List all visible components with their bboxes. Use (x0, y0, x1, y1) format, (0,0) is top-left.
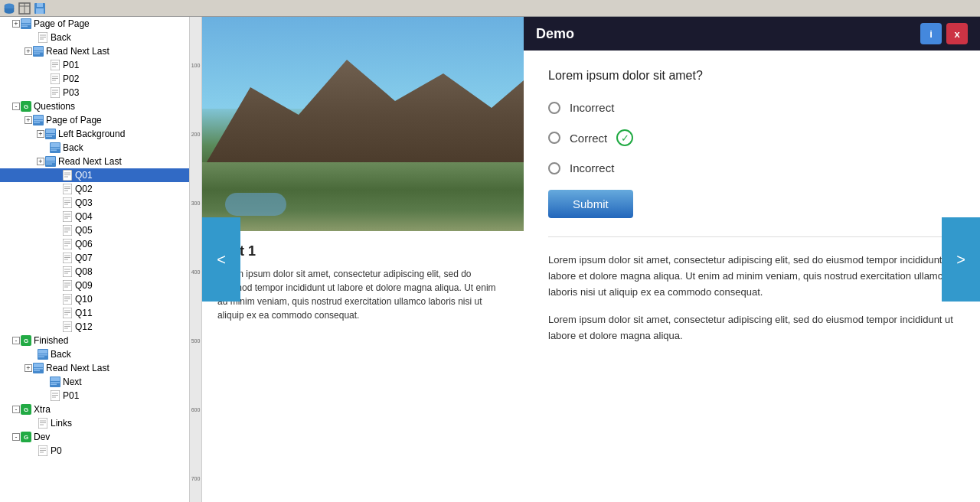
tree-item-p02[interactable]: P02 (0, 72, 189, 86)
tree-expander (49, 279, 61, 292)
tree-item-p0[interactable]: P0 (0, 444, 189, 458)
tree-item-q12[interactable]: Q12 (0, 320, 189, 334)
tree-item-p01[interactable]: P01 (0, 58, 189, 72)
tree-expander[interactable]: - (12, 433, 20, 441)
radio-3[interactable] (548, 162, 560, 174)
tree-item-q10[interactable]: Q10 (0, 292, 189, 306)
svg-rect-35 (34, 120, 43, 122)
tree-item-q08[interactable]: Q08 (0, 265, 189, 279)
svg-text:G: G (24, 103, 28, 110)
tree-item-back-3[interactable]: Back (0, 347, 189, 361)
tree-item-questions[interactable]: - G Questions (0, 99, 189, 113)
tree-item-q11[interactable]: Q11 (0, 306, 189, 320)
tree-item-links[interactable]: Links (0, 416, 189, 430)
tree-item-q06[interactable]: Q06 (0, 237, 189, 251)
info-button[interactable]: i (920, 23, 942, 44)
tree-item-read-next-last-1[interactable]: + Read Next Last (0, 44, 189, 58)
tree-icon-doc (49, 390, 61, 402)
db-icon[interactable] (3, 2, 15, 15)
quiz-option-3[interactable]: Incorrect (548, 161, 956, 174)
svg-rect-10 (21, 26, 28, 28)
quiz-panel: Demo i x Lorem ipsum dolor sit amet? Inc… (524, 17, 980, 502)
save-icon[interactable] (34, 2, 46, 15)
tree-expander (37, 73, 49, 85)
svg-rect-101 (38, 354, 47, 356)
tree-item-dev[interactable]: - G Dev (0, 430, 189, 444)
tree-item-q03[interactable]: Q03 (0, 196, 189, 210)
svg-text:G: G (24, 434, 28, 441)
tree-item-q04[interactable]: Q04 (0, 210, 189, 223)
tree-icon-page (20, 18, 32, 30)
tree-expander (49, 210, 61, 223)
tree-item-read-next-last-2[interactable]: + Read Next Last (0, 155, 189, 168)
book-image (202, 17, 524, 231)
svg-rect-105 (34, 368, 43, 370)
tree-icon-doc (61, 197, 74, 209)
tree-expander[interactable]: + (37, 158, 44, 165)
table-icon[interactable] (18, 2, 31, 15)
tree-item-p03[interactable]: P03 (0, 86, 189, 99)
tree-label-page-of-page-1: Page of Page (34, 18, 90, 29)
tree-expander[interactable]: + (24, 116, 32, 124)
ruler-mark: 100 (190, 63, 201, 68)
tree-label-q06: Q06 (75, 239, 93, 249)
topbar-buttons: i x (920, 23, 968, 44)
tree-icon-doc (37, 417, 49, 429)
tree-label-left-background: Left Background (58, 129, 125, 139)
tree-item-back-2[interactable]: Back (0, 141, 189, 155)
tree-item-back-1[interactable]: Back (0, 31, 189, 44)
nav-prev-button[interactable]: < (202, 217, 240, 302)
tree-label-dev: Dev (34, 432, 50, 442)
tree-item-page-of-page-2[interactable]: + Page of Page (0, 113, 189, 127)
tree-item-q02[interactable]: Q02 (0, 182, 189, 196)
svg-rect-39 (46, 134, 55, 135)
tree-label-questions: Questions (34, 101, 75, 112)
svg-rect-44 (51, 150, 57, 152)
tree-expander (49, 169, 61, 181)
tree-expander[interactable]: + (24, 47, 32, 55)
tree-item-page-of-page-1[interactable]: + Page of Page (0, 17, 189, 31)
tree-expander[interactable]: + (37, 130, 44, 138)
tree-item-xtra[interactable]: - G Xtra (0, 403, 189, 416)
svg-rect-17 (34, 51, 43, 53)
submit-button[interactable]: Submit (548, 190, 633, 218)
tree-icon-page (44, 128, 57, 140)
tree-label-xtra: Xtra (34, 404, 51, 415)
tree-item-p01-2[interactable]: P01 (0, 389, 189, 403)
tree-expander[interactable]: + (12, 20, 20, 28)
tree-item-next[interactable]: Next (0, 375, 189, 389)
svg-rect-40 (46, 136, 52, 138)
ruler-mark: 400 (190, 269, 201, 275)
tree-expander[interactable]: - (12, 103, 20, 110)
option-label-1: Incorrect (570, 101, 614, 114)
tree-icon-page (37, 348, 49, 360)
close-button[interactable]: x (946, 23, 968, 44)
tree-icon-doc (61, 238, 74, 250)
tree-item-read-next-last-3[interactable]: + Read Next Last (0, 361, 189, 375)
tree-item-q01[interactable]: Q01 (0, 168, 189, 182)
tree-item-finished[interactable]: - G Finished (0, 334, 189, 347)
nav-next-button[interactable]: > (942, 217, 980, 302)
tree-expander (24, 417, 37, 429)
tree-expander (24, 445, 37, 457)
tree-item-q09[interactable]: Q09 (0, 279, 189, 292)
radio-1[interactable] (548, 102, 560, 114)
quiz-option-1[interactable]: Incorrect (548, 101, 956, 114)
divider (548, 236, 956, 237)
tree-expander[interactable]: - (12, 337, 20, 344)
tree-label-back-2: Back (63, 142, 83, 153)
correct-checkmark-icon: ✓ (616, 129, 633, 146)
tree-expander[interactable]: + (24, 364, 32, 372)
tree-item-left-background[interactable]: + Left Background (0, 127, 189, 141)
tree-label-q08: Q08 (75, 266, 93, 277)
radio-2[interactable] (548, 132, 560, 144)
quiz-option-2[interactable]: Correct ✓ (548, 129, 956, 146)
tree-label-read-next-last-3: Read Next Last (46, 363, 109, 373)
tree-expander[interactable]: - (12, 406, 20, 413)
tree-item-q05[interactable]: Q05 (0, 223, 189, 237)
tree-item-q07[interactable]: Q07 (0, 251, 189, 265)
svg-rect-106 (34, 370, 40, 372)
tree-expander (49, 183, 61, 195)
tree-label-q05: Q05 (75, 225, 93, 236)
ruler-mark: 700 (190, 476, 201, 481)
